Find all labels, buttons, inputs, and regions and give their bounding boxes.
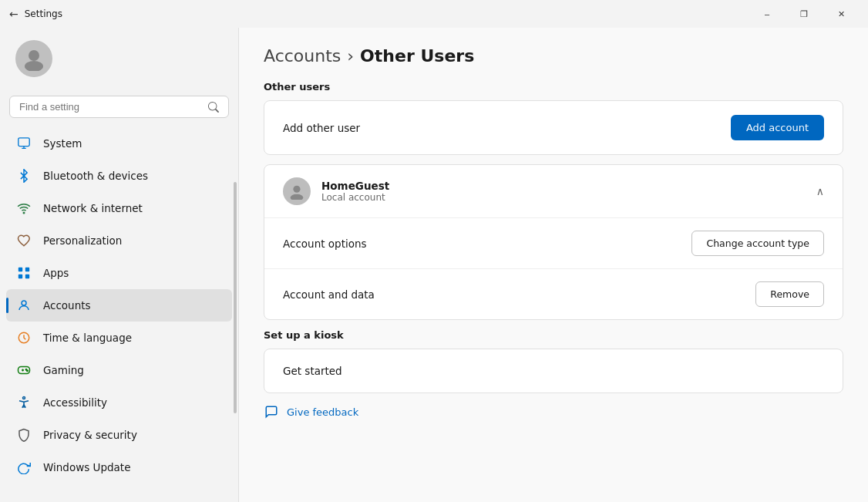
breadcrumb-parent[interactable]: Accounts <box>264 46 341 66</box>
sidebar-item-label: Personalization <box>43 234 122 247</box>
svg-point-1 <box>25 61 43 71</box>
sidebar-item-bluetooth[interactable]: Bluetooth & devices <box>6 160 232 192</box>
feedback-link[interactable]: Give feedback <box>287 406 358 418</box>
back-arrow[interactable]: ← <box>9 8 19 20</box>
change-account-type-button[interactable]: Change account type <box>691 231 824 256</box>
sidebar-item-network[interactable]: Network & internet <box>6 192 232 224</box>
accounts-icon <box>15 297 32 314</box>
network-icon <box>15 200 32 217</box>
account-options-label: Account options <box>283 238 367 250</box>
svg-point-8 <box>22 301 26 305</box>
chevron-up-icon[interactable]: ∧ <box>816 185 824 197</box>
sidebar-item-privacy[interactable]: Privacy & security <box>6 419 232 451</box>
brush-icon <box>15 232 32 249</box>
sidebar-item-label: System <box>43 137 82 150</box>
user-small-avatar <box>283 177 311 205</box>
sidebar-item-system[interactable]: System <box>6 127 232 160</box>
app-container: System Bluetooth & devices Network & int… <box>0 28 868 502</box>
close-button[interactable]: ✕ <box>823 3 859 25</box>
apps-icon <box>15 264 32 281</box>
section-kiosk-title: Set up a kiosk <box>264 329 843 341</box>
user-account-header[interactable]: HomeGuest Local account ∧ <box>264 165 843 218</box>
nav-list: System Bluetooth & devices Network & int… <box>0 127 238 502</box>
svg-rect-4 <box>19 268 22 271</box>
sidebar-item-label: Accounts <box>43 299 91 312</box>
svg-rect-6 <box>19 275 22 278</box>
sidebar-item-label: Windows Update <box>43 461 130 473</box>
avatar <box>15 40 52 77</box>
minimize-button[interactable]: – <box>749 3 785 25</box>
feedback-icon <box>264 404 279 419</box>
titlebar: ← Settings – ❐ ✕ <box>0 0 868 28</box>
search-box[interactable] <box>9 96 229 118</box>
svg-rect-7 <box>25 275 29 278</box>
section-other-users-title: Other users <box>264 81 843 93</box>
sidebar: System Bluetooth & devices Network & int… <box>0 28 239 502</box>
maximize-button[interactable]: ❐ <box>786 3 822 25</box>
sidebar-item-label: Time & language <box>43 332 132 344</box>
sidebar-scrollbar[interactable] <box>234 182 237 413</box>
titlebar-controls: – ❐ ✕ <box>749 3 859 25</box>
sidebar-item-accounts[interactable]: Accounts <box>6 289 232 322</box>
sidebar-item-label: Apps <box>43 267 69 279</box>
breadcrumb-separator: › <box>347 46 354 66</box>
sidebar-item-apps[interactable]: Apps <box>6 257 232 289</box>
titlebar-left: ← Settings <box>9 8 62 20</box>
sidebar-item-label: Gaming <box>43 364 84 376</box>
sidebar-item-label: Privacy & security <box>43 429 137 441</box>
add-other-user-label: Add other user <box>283 122 360 134</box>
sidebar-item-label: Network & internet <box>43 202 143 214</box>
add-other-user-card: Add other user Add account <box>264 100 843 155</box>
user-avatar-area[interactable] <box>0 28 238 89</box>
search-container <box>0 89 238 127</box>
get-started-label: Get started <box>283 365 342 377</box>
user-type: Local account <box>321 192 389 203</box>
main-content: Accounts › Other Users Other users Add o… <box>239 28 868 502</box>
update-icon <box>15 459 32 476</box>
accessibility-icon <box>15 394 32 411</box>
add-account-button[interactable]: Add account <box>731 115 824 140</box>
svg-rect-2 <box>19 138 29 147</box>
get-started-row[interactable]: Get started <box>264 349 843 393</box>
svg-point-12 <box>27 370 29 372</box>
sidebar-item-label: Accessibility <box>43 396 107 409</box>
user-name: HomeGuest <box>321 180 389 192</box>
sidebar-item-label: Bluetooth & devices <box>43 170 148 182</box>
privacy-icon <box>15 426 32 443</box>
sidebar-item-personalization[interactable]: Personalization <box>6 224 232 257</box>
svg-point-15 <box>291 194 304 200</box>
add-user-row: Add other user Add account <box>264 101 843 154</box>
search-icon <box>208 102 219 113</box>
svg-point-14 <box>293 186 300 193</box>
sidebar-item-accessibility[interactable]: Accessibility <box>6 386 232 419</box>
sidebar-item-update[interactable]: Windows Update <box>6 451 232 483</box>
breadcrumb: Accounts › Other Users <box>264 46 843 66</box>
search-input[interactable] <box>19 101 202 113</box>
account-data-label: Account and data <box>283 288 375 301</box>
svg-rect-5 <box>25 268 29 271</box>
account-options-row: Account options Change account type <box>264 218 843 269</box>
svg-point-0 <box>29 50 39 61</box>
sidebar-item-time[interactable]: Time & language <box>6 322 232 354</box>
user-info-text: HomeGuest Local account <box>321 180 389 203</box>
account-data-row: Account and data Remove <box>264 269 843 319</box>
bluetooth-icon <box>15 167 32 184</box>
user-account-card: HomeGuest Local account ∧ Account option… <box>264 164 843 320</box>
kiosk-card: Get started <box>264 349 843 393</box>
app-title: Settings <box>25 8 62 19</box>
svg-point-13 <box>23 397 25 399</box>
sidebar-item-gaming[interactable]: Gaming <box>6 354 232 386</box>
breadcrumb-current: Other Users <box>360 46 474 66</box>
monitor-icon <box>15 135 32 152</box>
time-icon <box>15 329 32 346</box>
remove-button[interactable]: Remove <box>755 281 824 307</box>
feedback-row: Give feedback <box>264 404 843 419</box>
kiosk-section: Set up a kiosk Get started <box>264 329 843 393</box>
svg-point-3 <box>23 212 25 214</box>
user-account-info: HomeGuest Local account <box>283 177 389 205</box>
gaming-icon <box>15 362 32 379</box>
